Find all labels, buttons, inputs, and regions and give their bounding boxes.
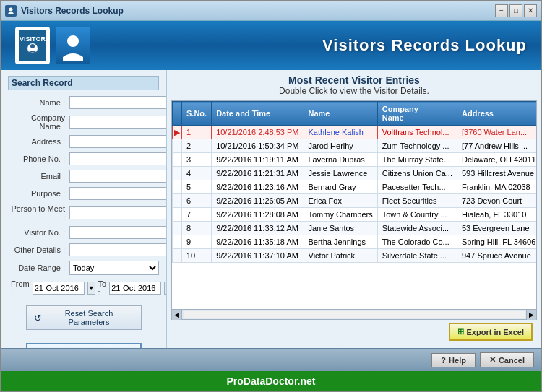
person-to-meet-field-row: Person to Meet : [8, 204, 159, 222]
cell-name: Bertha Jennings [304, 235, 377, 249]
search-section-title: Search Record [8, 76, 159, 90]
cell-sno: 1 [182, 126, 212, 139]
row-pointer [173, 180, 182, 194]
row-pointer [173, 235, 182, 249]
row-pointer: ▶ [173, 126, 182, 139]
cancel-button[interactable]: ✕ Cancel [480, 352, 534, 367]
row-pointer [173, 222, 182, 235]
row-pointer [173, 153, 182, 167]
records-table: S.No. Date and Time Name CompanyName Add… [172, 101, 537, 263]
cell-address: 947 Spruce Avenue [457, 249, 537, 263]
app-icon [5, 5, 17, 17]
cell-sno: 9 [182, 235, 212, 249]
bottom-action-bar: ⊞ Export in Excel [171, 320, 537, 344]
help-button[interactable]: ? Help [431, 353, 476, 367]
cell-address: 723 Devon Court [457, 194, 537, 208]
svg-point-0 [9, 7, 13, 11]
pointer-col-header [173, 102, 182, 126]
table-row[interactable]: 69/22/2016 11:26:05 AMErica FoxFleet Sec… [173, 194, 538, 208]
address-field-row: Address : [8, 135, 159, 148]
scroll-left-button[interactable]: ◀ [172, 310, 182, 320]
from-date-picker-button[interactable]: ▼ [87, 282, 95, 295]
cell-datetime: 9/22/2016 11:21:31 AM [212, 167, 304, 180]
table-row[interactable]: 79/22/2016 11:28:08 AMTommy ChambersTown… [173, 208, 538, 222]
to-date-input[interactable] [109, 282, 161, 295]
cell-sno: 10 [182, 249, 212, 263]
export-excel-button[interactable]: ⊞ Export in Excel [449, 323, 533, 341]
table-row[interactable]: 99/22/2016 11:35:18 AMBertha JenningsThe… [173, 235, 538, 249]
name-field-row: Name : [8, 96, 159, 109]
date-from-to-row: From : ▼ To : ▼ [8, 279, 159, 297]
cell-sno: 6 [182, 194, 212, 208]
row-pointer [173, 194, 182, 208]
date-range-field-row: Date Range : Today Yesterday Last 7 Days… [8, 261, 159, 275]
company-col-header: CompanyName [377, 102, 457, 126]
main-window: Visitors Records Lookup − □ ✕ VISITOR [0, 0, 542, 392]
branding-text: ProDataDoctor.net [227, 375, 316, 387]
name-col-header: Name [304, 102, 377, 126]
row-pointer [173, 139, 182, 153]
scroll-track [184, 311, 525, 318]
row-pointer [173, 167, 182, 180]
name-input[interactable] [69, 96, 167, 109]
table-row[interactable]: 210/21/2016 1:50:34 PMJarod HerlhyZum Te… [173, 139, 538, 153]
cell-company: Town & Country ... [377, 208, 457, 222]
left-panel: Search Record Name : Company Name : Addr… [1, 70, 167, 348]
cell-address: Franklin, MA 02038 [457, 180, 537, 194]
horizontal-scrollbar[interactable]: ◀ ▶ [171, 310, 537, 320]
reset-button[interactable]: ↺ Reset Search Parameters [26, 305, 142, 330]
purpose-input[interactable] [69, 187, 167, 200]
cell-datetime: 9/22/2016 11:33:12 AM [212, 222, 304, 235]
minimize-button[interactable]: − [495, 4, 508, 17]
maximize-button[interactable]: □ [509, 4, 522, 17]
cell-address: [3760 Water Lan... [457, 126, 537, 139]
address-input[interactable] [69, 135, 167, 148]
row-pointer [173, 208, 182, 222]
cell-company: Statewide Associ... [377, 222, 457, 235]
other-details-input[interactable] [69, 243, 167, 256]
cell-name: Bernard Gray [304, 180, 377, 194]
scroll-right-button[interactable]: ▶ [526, 310, 536, 320]
other-details-label: Other Details : [8, 245, 69, 254]
header-logo: VISITOR [15, 27, 90, 64]
table-row[interactable]: ▶110/21/2016 2:48:53 PMKathlene KalishVo… [173, 126, 538, 139]
row-pointer [173, 249, 182, 263]
date-range-label: Date Range : [8, 263, 69, 272]
cell-datetime: 9/22/2016 11:28:08 AM [212, 208, 304, 222]
visitor-no-field-row: Visitor No. : [8, 226, 159, 239]
datetime-col-header: Date and Time [212, 102, 304, 126]
visitor-logo: VISITOR [15, 27, 50, 64]
email-input[interactable] [69, 170, 167, 183]
phone-input[interactable] [69, 152, 167, 165]
company-input[interactable] [69, 116, 167, 129]
person-to-meet-input[interactable] [69, 206, 167, 219]
visitor-no-input[interactable] [69, 226, 167, 239]
show-visitor-records-button[interactable]: 🔍 Show Visitor Records [26, 343, 142, 348]
reset-icon: ↺ [34, 313, 42, 323]
date-range-select[interactable]: Today Yesterday Last 7 Days Last 30 Days… [69, 261, 159, 275]
cell-name: Jessie Lawrence [304, 167, 377, 180]
cell-name: Tommy Chambers [304, 208, 377, 222]
cell-address: Delaware, OH 43011 [457, 153, 537, 167]
cell-name: Kathlene Kalish [304, 126, 377, 139]
table-row[interactable]: 89/22/2016 11:33:12 AMJanie SantosStatew… [173, 222, 538, 235]
from-date-input[interactable] [33, 282, 85, 295]
address-label: Address : [8, 137, 69, 146]
records-table-wrapper[interactable]: S.No. Date and Time Name CompanyName Add… [171, 100, 537, 310]
main-content: Search Record Name : Company Name : Addr… [1, 70, 541, 348]
email-field-row: Email : [8, 170, 159, 183]
panel-subtitle: Double Click to view the Visitor Details… [171, 86, 537, 96]
reset-label: Reset Search Parameters [45, 309, 134, 326]
cancel-label: Cancel [499, 356, 525, 365]
cell-name: Janie Santos [304, 222, 377, 235]
cell-name: Erica Fox [304, 194, 377, 208]
cell-datetime: 10/21/2016 2:48:53 PM [212, 126, 304, 139]
cell-sno: 3 [182, 153, 212, 167]
table-row[interactable]: 39/22/2016 11:19:11 AMLaverna DuprasThe … [173, 153, 538, 167]
close-button[interactable]: ✕ [524, 4, 537, 17]
svg-point-4 [30, 44, 35, 48]
table-row[interactable]: 49/22/2016 11:21:31 AMJessie LawrenceCit… [173, 167, 538, 180]
table-row[interactable]: 109/22/2016 11:37:10 AMVictor PatrickSil… [173, 249, 538, 263]
table-row[interactable]: 59/22/2016 11:23:16 AMBernard GrayPacese… [173, 180, 538, 194]
cell-address: 593 Hillcrest Avenue [457, 167, 537, 180]
